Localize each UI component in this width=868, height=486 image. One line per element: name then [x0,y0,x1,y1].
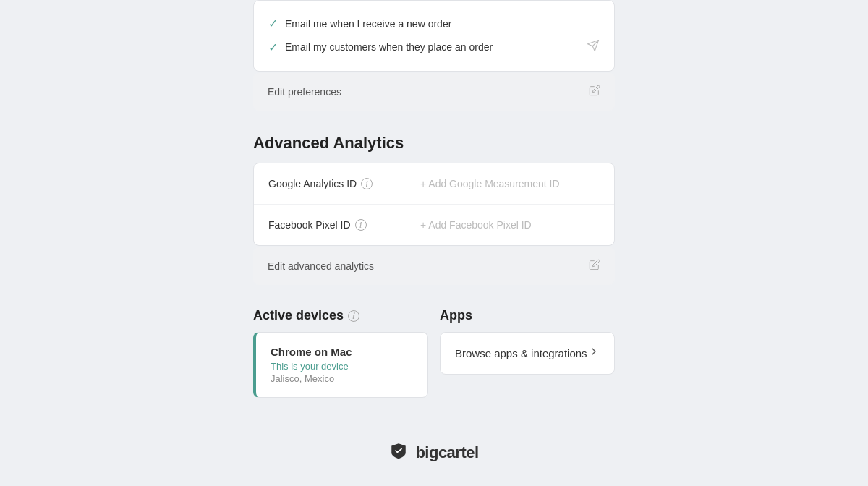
browse-apps-label: Browse apps & integrations [455,347,587,359]
bigcartel-logo-text: bigcartel [415,443,478,462]
chevron-right-icon [588,346,600,361]
notification-receive-text: Email me when I receive a new order [285,18,451,30]
apps-section: Apps Browse apps & integrations [440,308,615,398]
device-location: Jalisco, Mexico [271,373,413,384]
footer: bigcartel [253,441,615,485]
active-devices-section: Active devices i Chrome on Mac This is y… [253,308,428,398]
google-analytics-row: Google Analytics ID i + Add Google Measu… [254,163,614,205]
active-devices-info-icon[interactable]: i [348,310,359,322]
google-analytics-label: Google Analytics ID [268,178,357,189]
facebook-pixel-row: Facebook Pixel ID i + Add Facebook Pixel… [254,205,614,245]
check-icon-customer: ✓ [268,40,278,54]
notification-card: ✓ Email me when I receive a new order ✓ … [253,0,615,72]
google-analytics-add-link[interactable]: + Add Google Measurement ID [420,178,560,189]
facebook-pixel-add-link[interactable]: + Add Facebook Pixel ID [420,219,532,231]
google-analytics-label-group: Google Analytics ID i [268,178,406,189]
edit-advanced-analytics-bar[interactable]: Edit advanced analytics [253,247,615,285]
pencil-icon-preferences [589,85,600,99]
device-name: Chrome on Mac [271,346,413,358]
send-icon [587,39,600,55]
advanced-analytics-title: Advanced Analytics [253,134,615,153]
edit-preferences-label: Edit preferences [268,86,341,98]
analytics-card: Google Analytics ID i + Add Google Measu… [253,163,615,246]
google-analytics-info-icon[interactable]: i [361,178,373,189]
edit-advanced-analytics-label: Edit advanced analytics [268,260,374,272]
edit-preferences-bar[interactable]: Edit preferences [253,73,615,111]
pencil-icon-analytics [589,259,600,273]
facebook-pixel-label: Facebook Pixel ID [268,219,351,231]
notification-customer-text: Email my customers when they place an or… [285,41,493,53]
facebook-pixel-info-icon[interactable]: i [355,219,367,231]
bigcartel-logo-icon [389,441,408,464]
notification-item-receive: ✓ Email me when I receive a new order [268,12,600,35]
check-icon-receive: ✓ [268,17,278,30]
apps-link-card[interactable]: Browse apps & integrations [440,332,615,375]
device-card: Chrome on Mac This is your device Jalisc… [253,332,428,398]
active-devices-title-group: Active devices i [253,308,428,323]
notification-item-customer: ✓ Email my customers when they place an … [268,35,600,59]
bottom-grid: Active devices i Chrome on Mac This is y… [253,308,615,398]
apps-title: Apps [440,308,615,323]
device-tag: This is your device [271,361,413,372]
active-devices-title: Active devices [253,308,344,323]
facebook-pixel-label-group: Facebook Pixel ID i [268,219,406,231]
